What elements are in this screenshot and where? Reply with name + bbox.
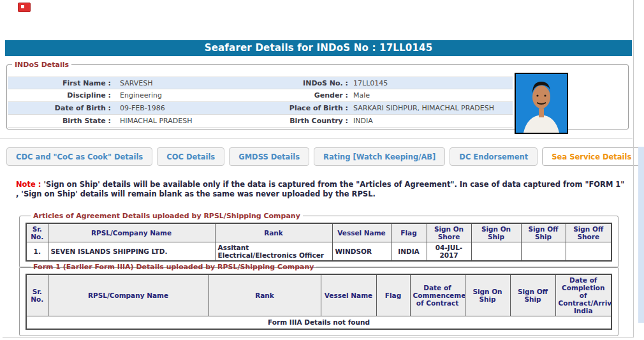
- col-flag: Flag: [376, 274, 410, 316]
- col-rpsl-company: RPSL/Company Name: [48, 223, 215, 242]
- birth-state-value: HIMACHAL PRADESH: [111, 115, 246, 127]
- birth-state-label: Birth State :: [8, 115, 111, 127]
- articles-of-agreement-fieldset: Articles of Agreement Details uploaded b…: [19, 212, 618, 268]
- form1-legend: Form 1 (Earlier Form IIIA) Details uploa…: [31, 263, 316, 271]
- col-sr-no: Sr. No.: [26, 274, 48, 316]
- birth-country-value: INDIA: [348, 115, 513, 127]
- discipline-value: Engineering: [111, 89, 246, 101]
- seafarer-details-page: Seafarer Details for INDoS No : 17LL0145…: [0, 0, 644, 340]
- col-sign-off-ship: Sign Off Ship: [510, 274, 555, 316]
- col-date-of-completion: Date of Completion of Contract/Arriving …: [555, 274, 611, 316]
- col-rpsl-company: RPSL/Company Name: [48, 274, 209, 316]
- form1-fieldset: Form 1 (Earlier Form IIIA) Details uploa…: [19, 263, 618, 336]
- gender-label: Gender :: [246, 89, 348, 101]
- gender-value: Male: [348, 89, 513, 101]
- form1-table: Sr. No. RPSL/Company Name Rank Vessel Na…: [26, 274, 612, 330]
- cell-vessel-name: WINDSOR: [332, 242, 391, 262]
- tab-dc-endorsement[interactable]: DC Endorsement: [450, 147, 538, 166]
- scrollbar[interactable]: [638, 147, 644, 323]
- articles-header-row: Sr. No. RPSL/Company Name Rank Vessel Na…: [26, 223, 611, 242]
- tab-rating-watch-keeping[interactable]: Rating [Watch Keeping/AB]: [314, 147, 445, 166]
- sign-on-ship-note: Note : 'Sign on Ship' details will be av…: [16, 180, 628, 199]
- cell-sign-off-shore: [566, 242, 611, 262]
- tab-coc-details[interactable]: COC Details: [157, 147, 224, 166]
- cell-sign-on-shore: 04-JUL-2017: [427, 242, 471, 262]
- col-vessel-name: Vessel Name: [332, 223, 391, 242]
- date-of-birth-value: 09-FEB-1986: [111, 102, 246, 114]
- indos-no-value: 17LL0145: [348, 77, 513, 89]
- indos-details-fieldset: INDoS Details First Name : SARVESH INDoS…: [6, 61, 629, 129]
- cell-sign-on-ship: [471, 242, 521, 262]
- col-sign-on-shore: Sign On Shore: [427, 223, 471, 242]
- articles-data-row: 1. SEVEN ISLANDS SHIPPING LTD. Assitant …: [26, 242, 611, 262]
- discipline-label: Discipline :: [8, 89, 111, 101]
- detail-row: Discipline : Engineering Gender : Male: [8, 89, 513, 102]
- col-sign-on-ship: Sign On Ship: [465, 274, 510, 316]
- articles-table: Sr. No. RPSL/Company Name Rank Vessel Na…: [26, 223, 612, 262]
- cell-sr-no: 1.: [26, 242, 48, 262]
- birth-country-label: Birth Country :: [246, 115, 348, 127]
- note-text: 'Sign on Ship' details will be available…: [16, 180, 624, 198]
- first-name-value: SARVESH: [111, 77, 246, 89]
- articles-legend: Articles of Agreement Details uploaded b…: [31, 212, 303, 220]
- place-of-birth-value: SARKARI SIDHPUR, HIMACHAL PRADESH: [348, 102, 513, 114]
- page-right-border: [633, 0, 634, 337]
- place-of-birth-label: Place of Birth :: [246, 102, 348, 114]
- col-sr-no: Sr. No.: [26, 223, 48, 242]
- date-of-birth-label: Date of Birth :: [8, 102, 111, 114]
- col-rank: Rank: [209, 274, 321, 316]
- col-sign-off-ship: Sign Off Ship: [521, 223, 566, 242]
- page-bottom-border: [3, 337, 634, 337]
- cell-rpsl-company: SEVEN ISLANDS SHIPPING LTD.: [48, 242, 215, 262]
- indos-details-legend: INDoS Details: [12, 61, 71, 69]
- seafarer-photo: [515, 73, 568, 134]
- col-rank: Rank: [215, 223, 332, 242]
- cell-flag: INDIA: [391, 242, 427, 262]
- detail-row: Date of Birth : 09-FEB-1986 Place of Bir…: [8, 102, 513, 115]
- col-flag: Flag: [391, 223, 427, 242]
- detail-row: First Name : SARVESH INDoS No. : 17LL014…: [8, 77, 513, 89]
- note-prefix: Note :: [16, 180, 41, 189]
- detail-row: Birth State : HIMACHAL PRADESH Birth Cou…: [8, 115, 513, 128]
- tab-sea-service-details[interactable]: Sea Service Details: [542, 147, 641, 166]
- col-sign-on-ship: Sign On Ship: [471, 223, 521, 242]
- tab-cdc-coc-as-cook[interactable]: CDC and "CoC as Cook" Details: [6, 147, 152, 166]
- first-name-label: First Name :: [8, 77, 111, 89]
- page-title: Seafarer Details for INDoS No : 17LL0145: [5, 40, 632, 56]
- cell-rank: Assitant Electrical/Electronics Officer: [215, 242, 332, 262]
- cell-sign-off-ship: [521, 242, 566, 262]
- tab-strip: CDC and "CoC as Cook" Details COC Detail…: [6, 147, 644, 166]
- form1-not-found-message: Form IIIA Details not found: [26, 316, 611, 329]
- divider: [0, 138, 633, 139]
- col-sign-off-shore: Sign Off Shore: [566, 223, 611, 242]
- col-date-of-commencement: Date of Commencement of Contract: [410, 274, 465, 316]
- broken-image-icon: [18, 3, 31, 12]
- col-vessel-name: Vessel Name: [321, 274, 376, 316]
- indos-no-label: INDoS No. :: [246, 77, 348, 89]
- form1-empty-row: Form IIIA Details not found: [26, 316, 611, 329]
- form1-header-row: Sr. No. RPSL/Company Name Rank Vessel Na…: [26, 274, 611, 316]
- tab-gmdss-details[interactable]: GMDSS Details: [229, 147, 309, 166]
- indos-details-rows: First Name : SARVESH INDoS No. : 17LL014…: [8, 77, 513, 128]
